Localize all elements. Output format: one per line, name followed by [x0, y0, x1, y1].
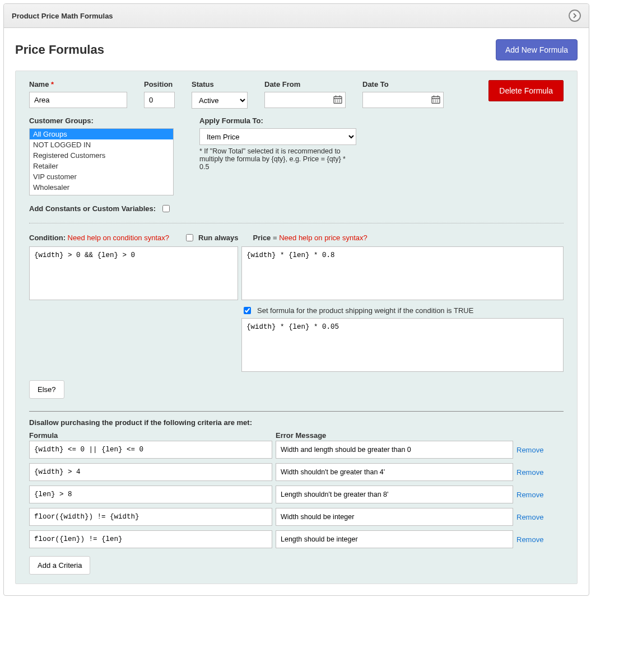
price-textarea[interactable]	[241, 246, 564, 300]
customer-groups-listbox[interactable]: All GroupsNOT LOGGED INRegistered Custom…	[29, 128, 174, 195]
else-button[interactable]: Else?	[29, 380, 64, 399]
date-from-label: Date From	[264, 80, 346, 88]
customer-group-option[interactable]: Registered Customers	[30, 150, 173, 161]
price-label: Price	[253, 234, 271, 242]
run-always-label: Run always	[198, 234, 239, 242]
position-input[interactable]	[144, 92, 175, 108]
page-title: Price Formulas	[15, 43, 104, 57]
shipping-weight-label: Set formula for the product shipping wei…	[257, 306, 473, 315]
condition-label: Condition:	[29, 234, 66, 242]
criteria-message-input[interactable]	[276, 530, 513, 548]
criteria-row: Remove	[29, 441, 564, 459]
criteria-formula-input[interactable]	[29, 508, 272, 526]
customer-groups-label: Customer Groups:	[29, 116, 174, 125]
criteria-message-input[interactable]	[276, 508, 513, 526]
criteria-message-input[interactable]	[276, 463, 513, 481]
date-to-label: Date To	[362, 80, 444, 88]
criteria-formula-input[interactable]	[29, 530, 272, 548]
criteria-row: Remove	[29, 508, 564, 526]
apply-to-label: Apply Formula To:	[199, 116, 356, 125]
customer-group-option[interactable]: NOT LOGGED IN	[30, 139, 173, 150]
constants-checkbox[interactable]	[162, 205, 170, 212]
col-formula-header: Formula	[29, 431, 272, 440]
criteria-row: Remove	[29, 486, 564, 503]
apply-note: * If "Row Total" selected it is recommen…	[199, 147, 356, 171]
price-help-link[interactable]: Need help on price syntax?	[279, 234, 367, 242]
disallow-title: Disallow purchasing the product if the f…	[29, 418, 564, 427]
status-select[interactable]: Active	[192, 92, 248, 109]
add-new-formula-button[interactable]: Add New Formula	[496, 39, 578, 60]
criteria-formula-input[interactable]	[29, 463, 272, 481]
run-always-checkbox[interactable]	[186, 234, 193, 241]
condition-help-link[interactable]: Need help on condition syntax?	[68, 234, 169, 242]
shipping-weight-checkbox[interactable]	[244, 307, 251, 314]
col-error-header: Error Message	[276, 431, 513, 440]
customer-group-option[interactable]: VIP customer	[30, 171, 173, 182]
apply-to-select[interactable]: Item Price	[199, 128, 356, 145]
remove-criteria-link[interactable]: Remove	[516, 535, 543, 544]
position-label: Position	[144, 80, 175, 88]
date-from-input[interactable]	[264, 92, 346, 108]
criteria-formula-input[interactable]	[29, 486, 272, 503]
remove-criteria-link[interactable]: Remove	[516, 468, 543, 477]
remove-criteria-link[interactable]: Remove	[516, 446, 543, 454]
shipping-textarea[interactable]	[241, 318, 564, 372]
remove-criteria-link[interactable]: Remove	[516, 513, 543, 521]
customer-group-option[interactable]: Retailer	[30, 161, 173, 171]
criteria-message-input[interactable]	[276, 486, 513, 503]
criteria-row: Remove	[29, 530, 564, 548]
panel-header: Product Price Math Formulas	[4, 4, 589, 28]
name-label: Name *	[29, 80, 127, 88]
customer-group-option[interactable]: All Groups	[30, 129, 173, 139]
remove-criteria-link[interactable]: Remove	[516, 491, 543, 499]
criteria-formula-input[interactable]	[29, 441, 272, 459]
chevron-right-icon	[572, 13, 578, 18]
date-to-input[interactable]	[362, 92, 444, 108]
panel-title: Product Price Math Formulas	[12, 12, 113, 20]
name-input[interactable]	[29, 92, 127, 108]
criteria-row: Remove	[29, 463, 564, 481]
collapse-button[interactable]	[569, 10, 581, 22]
criteria-message-input[interactable]	[276, 441, 513, 459]
condition-textarea[interactable]	[29, 246, 238, 300]
delete-formula-button[interactable]: Delete Formula	[488, 80, 564, 101]
constants-label: Add Constants or Custom Variables:	[29, 204, 156, 213]
status-label: Status	[192, 80, 248, 88]
customer-group-option[interactable]: Wholesaler	[30, 182, 173, 193]
add-criteria-button[interactable]: Add a Criteria	[29, 556, 90, 575]
